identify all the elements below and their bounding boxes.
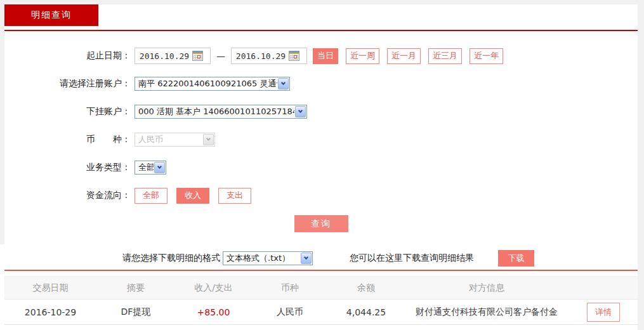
header-summary: 摘要 [96, 282, 175, 294]
query-button[interactable]: 查询 [294, 215, 348, 232]
cell-currency: 人民币 [252, 307, 328, 318]
calendar-icon-day-marker [294, 55, 297, 58]
cell-counterparty: 财付通支付科技有限公司客户备付金 [404, 307, 569, 318]
currency-select: 人民币 [135, 133, 215, 147]
section-divider [4, 270, 638, 271]
business-type-row: 业务类型： 全部 [4, 160, 638, 175]
cell-amount: +85.00 [175, 307, 252, 317]
chevron-down-icon [295, 106, 306, 117]
fund-flow-buttons: 全部 收入 支出 [135, 188, 260, 204]
tab-detail-query[interactable]: 明细查询 [4, 4, 98, 26]
quick-button-last-month[interactable]: 近一月 [387, 48, 421, 64]
chevron-down-icon [154, 162, 165, 173]
transactions-table: 交易日期 摘要 收入/支出 币种 余额 对方信息 2016-10-29 DF提现… [4, 276, 638, 325]
query-form-panel: 明细查询 起止日期： — [4, 4, 638, 244]
table-row: 2016-10-29 DF提现 +85.00 人民币 4,044.25 财付通支… [4, 300, 638, 325]
tab-label: 明细查询 [31, 10, 72, 21]
table-header-row: 交易日期 摘要 收入/支出 币种 余额 对方信息 [4, 276, 638, 300]
tab-bar: 明细查询 [4, 4, 638, 30]
quick-button-last-3-months[interactable]: 近三月 [428, 48, 462, 64]
date-range-label: 起止日期： [4, 50, 135, 62]
cell-summary: DF提现 [96, 307, 175, 318]
download-format-value: 文本格式（.txt） [223, 253, 300, 264]
date-range-row: 起止日期： — 当 [4, 48, 638, 64]
currency-label: 币 种： [4, 134, 135, 145]
download-format-select[interactable]: 文本格式（.txt） [223, 251, 313, 265]
sub-account-value: 000 活期 基本户 1406600101102571848 [135, 106, 294, 117]
fund-flow-label: 资金流向： [4, 190, 135, 201]
business-type-select[interactable]: 全部 [135, 161, 166, 175]
end-date-field [231, 48, 307, 64]
calendar-icon[interactable] [192, 51, 203, 61]
header-counterparty: 对方信息 [404, 282, 569, 294]
calendar-icon[interactable] [289, 51, 299, 61]
register-account-value: 南平 6222001406100921065 灵通卡 [135, 78, 277, 89]
quick-button-last-year[interactable]: 近一年 [470, 48, 503, 64]
fund-flow-income-button[interactable]: 收入 [176, 188, 209, 204]
download-format-label: 请您选择下载明细的格式 [122, 253, 220, 264]
detail-query-page: 明细查询 起止日期： — [0, 0, 644, 330]
register-account-row: 请选择注册账户： 南平 6222001406100921065 灵通卡 [4, 76, 638, 91]
date-range-separator: — [216, 51, 225, 61]
cell-transaction-date: 2016-10-29 [4, 307, 96, 317]
header-balance: 余额 [328, 282, 404, 294]
end-date-input[interactable] [233, 51, 289, 61]
header-income-expense: 收入/支出 [175, 282, 252, 294]
results-panel: 请您选择下载明细的格式 文本格式（.txt） 您可以在这里下载查询明细结果 下载… [0, 244, 638, 330]
header-currency: 币种 [252, 282, 328, 294]
download-button[interactable]: 下载 [498, 250, 534, 267]
sub-account-label: 下挂账户： [4, 106, 135, 117]
tab-underline [4, 30, 638, 31]
download-row: 请您选择下载明细的格式 文本格式（.txt） 您可以在这里下载查询明细结果 下载 [0, 250, 638, 267]
chevron-down-icon [278, 78, 289, 89]
quick-button-last-week[interactable]: 近一周 [346, 48, 379, 64]
chevron-down-icon [301, 253, 312, 264]
start-date-input[interactable] [136, 51, 192, 61]
cell-balance: 4,044.25 [328, 307, 404, 317]
business-type-value: 全部 [135, 162, 154, 173]
calendar-icon-orange-bar [289, 53, 299, 54]
sub-account-row: 下挂账户： 000 活期 基本户 1406600101102571848 [4, 104, 638, 119]
quick-button-today[interactable]: 当日 [313, 48, 338, 64]
business-type-label: 业务类型： [4, 162, 135, 173]
start-date-field [135, 48, 211, 64]
detail-button[interactable]: 详情 [587, 303, 620, 322]
fund-flow-row: 资金流向： 全部 收入 支出 [4, 187, 638, 204]
register-account-select[interactable]: 南平 6222001406100921065 灵通卡 [135, 77, 290, 91]
cell-actions: 详情 [569, 303, 638, 322]
download-hint-text: 您可以在这里下载查询明细结果 [350, 253, 474, 264]
currency-row: 币 种： 人民币 [4, 132, 638, 147]
quick-date-buttons: 当日 近一周 近一月 近三月 近一年 [313, 48, 511, 64]
fund-flow-all-button[interactable]: 全部 [135, 188, 168, 204]
currency-value: 人民币 [135, 134, 202, 145]
fund-flow-expense-button[interactable]: 支出 [218, 188, 251, 204]
register-account-label: 请选择注册账户： [4, 78, 135, 89]
calendar-icon-orange-bar [193, 53, 202, 54]
sub-account-select[interactable]: 000 活期 基本户 1406600101102571848 [135, 105, 307, 119]
header-transaction-date: 交易日期 [4, 282, 96, 294]
calendar-icon-day-marker [197, 55, 200, 58]
chevron-down-icon [203, 134, 214, 145]
